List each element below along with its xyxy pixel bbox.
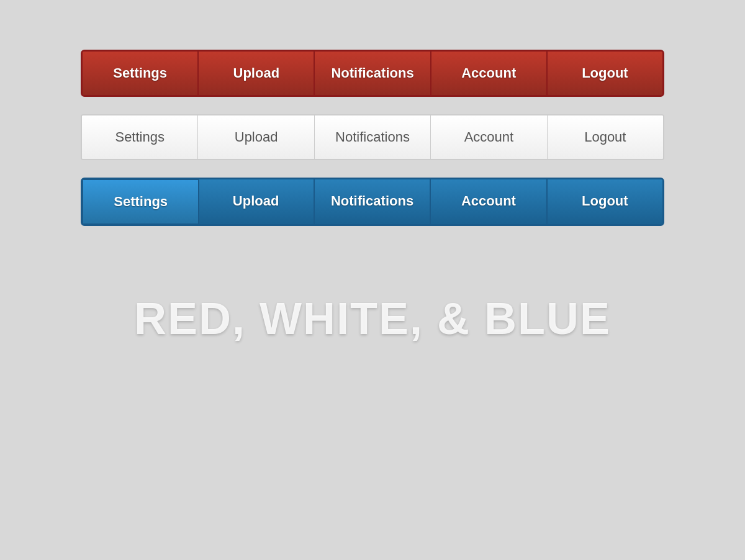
blue-nav-notifications[interactable]: Notifications — [315, 179, 431, 224]
blue-nav-container: Settings Upload Notifications Account Lo… — [81, 178, 664, 226]
white-navbar: Settings Upload Notifications Account Lo… — [81, 114, 664, 160]
white-nav-notifications[interactable]: Notifications — [315, 115, 431, 159]
red-nav-account[interactable]: Account — [431, 52, 548, 95]
white-nav-container: Settings Upload Notifications Account Lo… — [81, 114, 664, 160]
white-nav-settings[interactable]: Settings — [82, 115, 198, 159]
white-nav-upload[interactable]: Upload — [198, 115, 314, 159]
red-nav-container: Settings Upload Notifications Account Lo… — [81, 50, 664, 97]
blue-nav-account[interactable]: Account — [431, 179, 547, 224]
blue-nav-settings[interactable]: Settings — [81, 178, 199, 225]
red-nav-settings[interactable]: Settings — [83, 52, 199, 95]
white-nav-account[interactable]: Account — [431, 115, 547, 159]
red-nav-logout[interactable]: Logout — [548, 52, 662, 95]
blue-nav-logout[interactable]: Logout — [548, 179, 662, 224]
red-navbar: Settings Upload Notifications Account Lo… — [81, 50, 664, 97]
bottom-tagline: RED, WHITE, & BLUE — [134, 293, 611, 344]
blue-navbar: Settings Upload Notifications Account Lo… — [81, 178, 664, 226]
red-nav-upload[interactable]: Upload — [199, 52, 315, 95]
white-nav-logout[interactable]: Logout — [548, 115, 663, 159]
blue-nav-upload[interactable]: Upload — [198, 179, 314, 224]
red-nav-notifications[interactable]: Notifications — [315, 52, 431, 95]
